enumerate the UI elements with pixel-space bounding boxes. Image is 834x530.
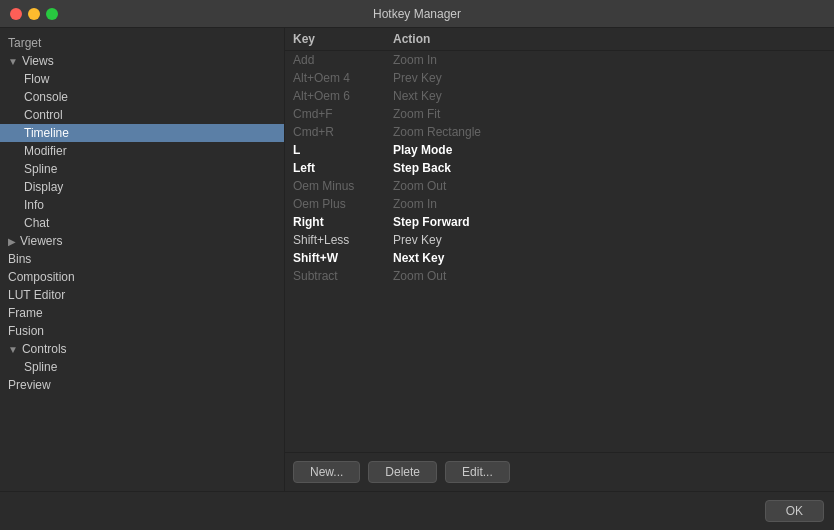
table-row[interactable]: LPlay Mode bbox=[285, 141, 834, 159]
tree-label-lut_editor: LUT Editor bbox=[8, 288, 65, 302]
row-key-3: Cmd+F bbox=[293, 107, 393, 121]
table-row[interactable]: RightStep Forward bbox=[285, 213, 834, 231]
tree-label-modifier: Modifier bbox=[24, 144, 67, 158]
tree-label-display: Display bbox=[24, 180, 63, 194]
tree-label-chat: Chat bbox=[24, 216, 49, 230]
row-key-2: Alt+Oem 6 bbox=[293, 89, 393, 103]
table-row[interactable]: Oem PlusZoom In bbox=[285, 195, 834, 213]
tree-item-modifier[interactable]: Modifier bbox=[0, 142, 284, 160]
header-action: Action bbox=[393, 32, 826, 46]
tree-item-spline[interactable]: Spline bbox=[0, 160, 284, 178]
row-action-3: Zoom Fit bbox=[393, 107, 826, 121]
row-action-12: Zoom Out bbox=[393, 269, 826, 283]
table-row[interactable]: AddZoom In bbox=[285, 51, 834, 69]
tree-label-frame: Frame bbox=[8, 306, 43, 320]
tree-label-console: Console bbox=[24, 90, 68, 104]
row-action-0: Zoom In bbox=[393, 53, 826, 67]
row-key-10: Shift+Less bbox=[293, 233, 393, 247]
tree-arrow-viewers: ▶ bbox=[8, 236, 16, 247]
header-key: Key bbox=[293, 32, 393, 46]
tree-label-composition: Composition bbox=[8, 270, 75, 284]
row-key-0: Add bbox=[293, 53, 393, 67]
tree-item-composition[interactable]: Composition bbox=[0, 268, 284, 286]
table-row[interactable]: Cmd+RZoom Rectangle bbox=[285, 123, 834, 141]
row-action-2: Next Key bbox=[393, 89, 826, 103]
tree-item-control[interactable]: Control bbox=[0, 106, 284, 124]
tree-label-control: Control bbox=[24, 108, 63, 122]
table-row[interactable]: Cmd+FZoom Fit bbox=[285, 105, 834, 123]
tree-item-viewers[interactable]: ▶Viewers bbox=[0, 232, 284, 250]
tree-label-info: Info bbox=[24, 198, 44, 212]
maximize-button[interactable] bbox=[46, 8, 58, 20]
tree-label-fusion: Fusion bbox=[8, 324, 44, 338]
row-key-6: Left bbox=[293, 161, 393, 175]
tree-item-display[interactable]: Display bbox=[0, 178, 284, 196]
table-row[interactable]: Oem MinusZoom Out bbox=[285, 177, 834, 195]
tree-item-spline2[interactable]: Spline bbox=[0, 358, 284, 376]
tree-item-lut_editor[interactable]: LUT Editor bbox=[0, 286, 284, 304]
row-action-8: Zoom In bbox=[393, 197, 826, 211]
delete-button[interactable]: Delete bbox=[368, 461, 437, 483]
row-key-5: L bbox=[293, 143, 393, 157]
tree-item-fusion[interactable]: Fusion bbox=[0, 322, 284, 340]
tree-label-preview: Preview bbox=[8, 378, 51, 392]
row-action-5: Play Mode bbox=[393, 143, 826, 157]
table-row[interactable]: Shift+LessPrev Key bbox=[285, 231, 834, 249]
footer-bar: OK bbox=[0, 491, 834, 530]
tree-label-spline: Spline bbox=[24, 162, 57, 176]
bottom-bar: New... Delete Edit... bbox=[285, 452, 834, 491]
tree-label-controls: Controls bbox=[22, 342, 67, 356]
row-action-9: Step Forward bbox=[393, 215, 826, 229]
table-row[interactable]: LeftStep Back bbox=[285, 159, 834, 177]
main-content: Target ▼ViewsFlowConsoleControlTimelineM… bbox=[0, 28, 834, 491]
table-header: Key Action bbox=[285, 28, 834, 51]
tree-label-views: Views bbox=[22, 54, 54, 68]
left-panel: Target ▼ViewsFlowConsoleControlTimelineM… bbox=[0, 28, 285, 491]
row-key-4: Cmd+R bbox=[293, 125, 393, 139]
tree-label-spline2: Spline bbox=[24, 360, 57, 374]
table-row[interactable]: Alt+Oem 6Next Key bbox=[285, 87, 834, 105]
tree-label-bins: Bins bbox=[8, 252, 31, 266]
target-label: Target bbox=[0, 32, 284, 52]
row-key-11: Shift+W bbox=[293, 251, 393, 265]
edit-button[interactable]: Edit... bbox=[445, 461, 510, 483]
tree-arrow-controls: ▼ bbox=[8, 344, 18, 355]
window-title: Hotkey Manager bbox=[373, 7, 461, 21]
row-action-6: Step Back bbox=[393, 161, 826, 175]
row-key-12: Subtract bbox=[293, 269, 393, 283]
row-action-11: Next Key bbox=[393, 251, 826, 265]
close-button[interactable] bbox=[10, 8, 22, 20]
tree-item-controls[interactable]: ▼Controls bbox=[0, 340, 284, 358]
row-action-7: Zoom Out bbox=[393, 179, 826, 193]
tree-item-frame[interactable]: Frame bbox=[0, 304, 284, 322]
row-key-8: Oem Plus bbox=[293, 197, 393, 211]
row-key-1: Alt+Oem 4 bbox=[293, 71, 393, 85]
tree-item-info[interactable]: Info bbox=[0, 196, 284, 214]
title-bar: Hotkey Manager bbox=[0, 0, 834, 28]
tree-item-views[interactable]: ▼Views bbox=[0, 52, 284, 70]
ok-button[interactable]: OK bbox=[765, 500, 824, 522]
new-button[interactable]: New... bbox=[293, 461, 360, 483]
tree-item-preview[interactable]: Preview bbox=[0, 376, 284, 394]
tree-label-flow: Flow bbox=[24, 72, 49, 86]
tree-item-console[interactable]: Console bbox=[0, 88, 284, 106]
row-action-1: Prev Key bbox=[393, 71, 826, 85]
tree-item-bins[interactable]: Bins bbox=[0, 250, 284, 268]
tree-item-chat[interactable]: Chat bbox=[0, 214, 284, 232]
tree-label-timeline: Timeline bbox=[24, 126, 69, 140]
row-action-10: Prev Key bbox=[393, 233, 826, 247]
tree-arrow-views: ▼ bbox=[8, 56, 18, 67]
row-key-9: Right bbox=[293, 215, 393, 229]
tree-label-viewers: Viewers bbox=[20, 234, 62, 248]
right-panel: Key Action AddZoom InAlt+Oem 4Prev KeyAl… bbox=[285, 28, 834, 491]
table-row[interactable]: Shift+WNext Key bbox=[285, 249, 834, 267]
window-controls[interactable] bbox=[10, 8, 58, 20]
table-row[interactable]: SubtractZoom Out bbox=[285, 267, 834, 285]
tree-item-flow[interactable]: Flow bbox=[0, 70, 284, 88]
row-key-7: Oem Minus bbox=[293, 179, 393, 193]
minimize-button[interactable] bbox=[28, 8, 40, 20]
hotkey-table: Key Action AddZoom InAlt+Oem 4Prev KeyAl… bbox=[285, 28, 834, 452]
table-row[interactable]: Alt+Oem 4Prev Key bbox=[285, 69, 834, 87]
row-action-4: Zoom Rectangle bbox=[393, 125, 826, 139]
tree-item-timeline[interactable]: Timeline bbox=[0, 124, 284, 142]
